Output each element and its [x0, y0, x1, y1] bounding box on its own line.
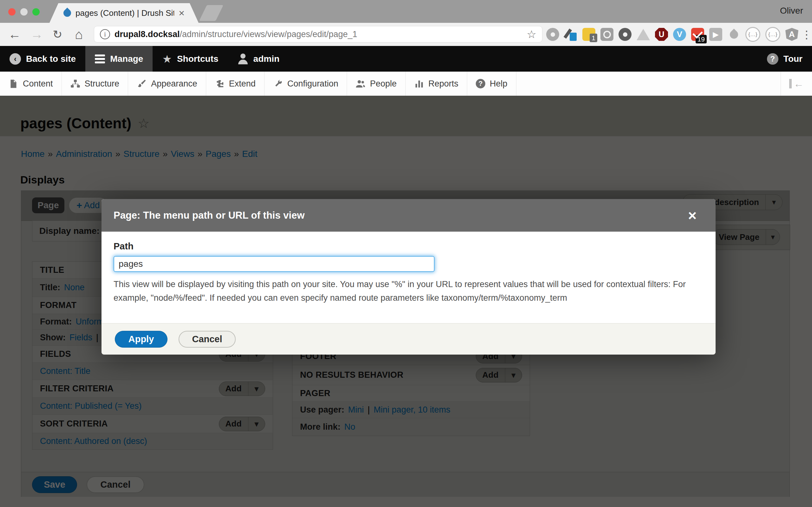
drupal-favicon-icon — [62, 8, 72, 18]
path-description-line2: example, "node/%/feed". If needed you ca… — [113, 291, 704, 305]
user-icon — [238, 54, 248, 64]
menu-item-people[interactable]: People — [347, 72, 405, 96]
path-label: Path — [113, 241, 704, 251]
menu-item-label: People — [370, 79, 397, 89]
close-icon[interactable]: × — [688, 208, 697, 223]
ublock-extension-icon[interactable]: U — [655, 28, 668, 41]
drupal-admin-toolbar: ‹ Back to site Manage ★ Shortcuts admin … — [0, 46, 812, 72]
apply-button[interactable]: Apply — [115, 331, 167, 348]
sitemap-icon — [70, 79, 80, 89]
new-tab-button[interactable] — [199, 5, 223, 21]
window-titlebar: Oliver pages (Content) | Drush Site-In × — [0, 0, 812, 23]
modal-cancel-button[interactable]: Cancel — [179, 331, 236, 348]
menu-item-appearance[interactable]: Appearance — [128, 72, 206, 96]
menu-item-label: Reports — [428, 79, 459, 89]
modal-footer: Apply Cancel — [101, 323, 716, 354]
shortcuts-label: Shortcuts — [177, 54, 218, 64]
menu-item-extend[interactable]: Extend — [206, 72, 264, 96]
paintbrush-icon — [137, 79, 147, 89]
play-extension-icon[interactable]: ▶ — [709, 28, 722, 41]
tour-button[interactable]: ? Tour — [757, 46, 812, 72]
menu-item-label: Structure — [85, 79, 119, 89]
menu-item-label: Help — [490, 79, 507, 89]
modal-body: Path This view will be displayed by visi… — [101, 232, 716, 323]
path-description: This view will be displayed by visiting … — [113, 278, 704, 305]
menu-item-content[interactable]: Content — [0, 72, 62, 96]
tour-label: Tour — [783, 54, 803, 64]
bar-chart-icon — [414, 79, 424, 89]
path-modal: Page: The menu path or URL of this view … — [101, 199, 716, 354]
admin-user-button[interactable]: admin — [228, 46, 289, 72]
question-icon: ? — [767, 53, 778, 65]
menu-item-help[interactable]: ? Help — [467, 72, 516, 96]
traffic-close-button[interactable] — [8, 8, 15, 15]
extension-badge: 1 — [590, 34, 597, 42]
document-icon — [9, 79, 18, 89]
traffic-minimize-button[interactable] — [20, 8, 28, 15]
chevron-left-icon: ‹ — [9, 53, 21, 65]
dark-gear-extension-icon[interactable] — [618, 28, 631, 41]
admin-user-label: admin — [253, 54, 280, 64]
address-bar[interactable]: i drupal8.docksal/admin/structure/views/… — [94, 26, 542, 43]
browser-menu-icon[interactable]: ⋮ — [803, 28, 810, 41]
puzzle-icon — [215, 79, 224, 89]
manage-label: Manage — [110, 54, 143, 64]
todoist-extension-icon[interactable]: 19 — [691, 28, 704, 41]
angular-extension-icon[interactable]: A — [785, 28, 798, 41]
tab-close-icon[interactable]: × — [179, 8, 185, 18]
page-info-icon[interactable]: i — [100, 29, 110, 39]
toolbar-collapse-button[interactable]: ← — [780, 72, 812, 96]
back-icon[interactable]: ← — [8, 23, 21, 46]
drupal-menu-bar: Content Structure Appearance Extend Conf… — [0, 72, 812, 96]
extension-badge: 19 — [696, 35, 707, 43]
url-host: drupal8.docksal — [114, 30, 180, 39]
tab-title: pages (Content) | Drush Site-In — [75, 8, 174, 18]
menu-item-label: Appearance — [151, 79, 197, 89]
help-icon: ? — [476, 79, 485, 89]
vimium-extension-icon[interactable]: V — [673, 28, 686, 41]
people-icon — [356, 79, 365, 89]
modal-title: Page: The menu path or URL of this view — [113, 210, 305, 221]
menu-item-structure[interactable]: Structure — [62, 72, 129, 96]
home-icon[interactable]: ⌂ — [75, 23, 83, 46]
bookmark-star-icon[interactable]: ☆ — [527, 28, 537, 41]
reload-icon[interactable]: ↻ — [53, 23, 62, 46]
path-input[interactable] — [113, 256, 435, 272]
camera-extension-icon[interactable] — [600, 28, 613, 41]
back-to-site-button[interactable]: ‹ Back to site — [0, 46, 85, 72]
gear-extension-icon[interactable] — [546, 28, 559, 41]
drive-extension-icon[interactable] — [637, 29, 650, 40]
modal-header[interactable]: Page: The menu path or URL of this view … — [101, 199, 716, 232]
menu-item-label: Extend — [229, 79, 256, 89]
path-description-line1: This view will be displayed by visiting … — [113, 278, 704, 291]
collapse-arrow-icon: ← — [794, 78, 804, 90]
eyedropper-extension-icon[interactable] — [564, 28, 577, 41]
traffic-zoom-button[interactable] — [32, 8, 40, 15]
json-braces-extension-icon[interactable]: {…} — [765, 27, 780, 42]
star-icon: ★ — [162, 53, 171, 65]
forward-icon: → — [31, 23, 43, 46]
url-path: /admin/structure/views/view/pages/edit/p… — [180, 30, 357, 39]
menu-item-label: Configuration — [287, 79, 339, 89]
os-profile-name: Oliver — [780, 6, 803, 16]
manage-button[interactable]: Manage — [85, 46, 153, 72]
drupal-extension-icon[interactable] — [727, 28, 740, 41]
menu-item-reports[interactable]: Reports — [406, 72, 467, 96]
menu-item-configuration[interactable]: Configuration — [264, 72, 347, 96]
onepassword-extension-icon[interactable]: 1 — [582, 28, 595, 41]
menu-item-label: Content — [23, 79, 53, 89]
json-braces-extension-icon[interactable]: {…} — [745, 27, 760, 42]
back-to-site-label: Back to site — [26, 54, 76, 64]
browser-tab[interactable]: pages (Content) | Drush Site-In × — [49, 3, 199, 23]
browser-toolbar: ← → ↻ ⌂ i drupal8.docksal/admin/structur… — [0, 23, 812, 46]
wrench-icon — [273, 79, 283, 89]
hamburger-icon — [95, 55, 105, 63]
shortcuts-button[interactable]: ★ Shortcuts — [153, 46, 228, 72]
collapse-bar-icon — [789, 79, 792, 89]
extensions-row: 1 U V 19 ▶ {…} {…} A ⋮ — [546, 23, 810, 46]
